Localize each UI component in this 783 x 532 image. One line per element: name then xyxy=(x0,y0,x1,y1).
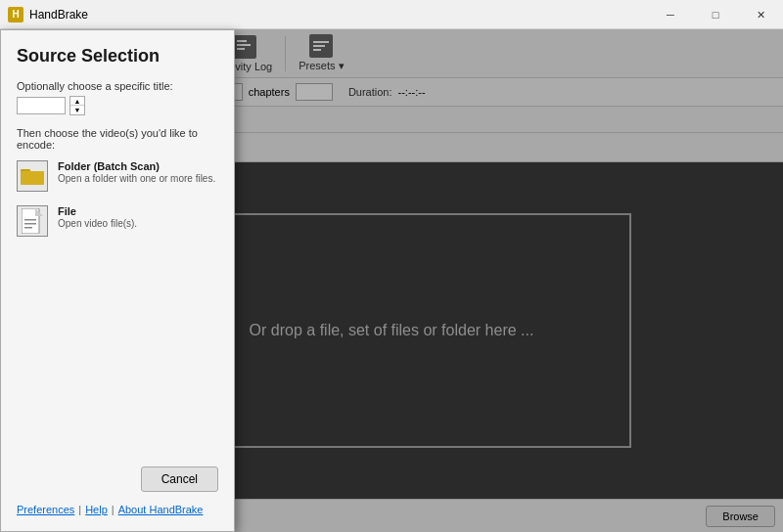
spinner-row: ▲ ▼ xyxy=(17,96,218,115)
svg-rect-12 xyxy=(21,171,44,185)
file-option[interactable]: File Open video file(s). xyxy=(17,205,218,237)
help-link[interactable]: Help xyxy=(85,504,108,515)
file-option-desc: Open video file(s). xyxy=(58,218,137,229)
folder-option-title: Folder (Batch Scan) xyxy=(58,160,215,172)
separator-2: | xyxy=(112,504,115,515)
source-selection-modal: Source Selection Optionally choose a spe… xyxy=(0,29,235,532)
modal-spacer xyxy=(17,250,218,466)
cancel-button[interactable]: Cancel xyxy=(141,466,218,492)
title-spinner-input[interactable] xyxy=(17,97,66,114)
separator-1: | xyxy=(78,504,81,515)
folder-option[interactable]: Folder (Batch Scan) Open a folder with o… xyxy=(17,160,218,192)
specific-title-label: Optionally choose a specific title: xyxy=(17,80,218,92)
spinner-down[interactable]: ▼ xyxy=(70,106,84,114)
close-button[interactable]: ✕ xyxy=(738,0,783,29)
title-bar-text: HandBrake xyxy=(29,8,88,22)
file-icon xyxy=(17,205,48,237)
minimize-button[interactable]: ─ xyxy=(648,0,693,29)
folder-icon xyxy=(17,160,48,192)
main-layout: Start Encode Queue Preview Activity Log xyxy=(0,29,783,532)
video-label: Then choose the video(s) you'd like to e… xyxy=(17,127,218,151)
svg-rect-15 xyxy=(24,219,36,221)
about-link[interactable]: About HandBrake xyxy=(118,504,204,515)
modal-overlay: Source Selection Optionally choose a spe… xyxy=(0,29,783,532)
preferences-link[interactable]: Preferences xyxy=(17,504,74,515)
file-option-text: File Open video file(s). xyxy=(58,205,137,229)
title-bar-controls: ─ □ ✕ xyxy=(648,0,783,29)
title-bar: H HandBrake ─ □ ✕ xyxy=(0,0,783,29)
modal-links: Preferences | Help | About HandBrake xyxy=(17,504,218,515)
folder-option-text: Folder (Batch Scan) Open a folder with o… xyxy=(58,160,215,184)
file-option-title: File xyxy=(58,205,137,217)
spinner-up[interactable]: ▲ xyxy=(70,97,84,106)
svg-rect-17 xyxy=(24,227,32,229)
maximize-button[interactable]: □ xyxy=(693,0,738,29)
folder-option-desc: Open a folder with one or more files. xyxy=(58,173,215,184)
svg-rect-16 xyxy=(24,223,36,225)
modal-title: Source Selection xyxy=(17,46,218,66)
spinner-arrows: ▲ ▼ xyxy=(69,96,85,115)
app-icon: H xyxy=(8,7,23,22)
